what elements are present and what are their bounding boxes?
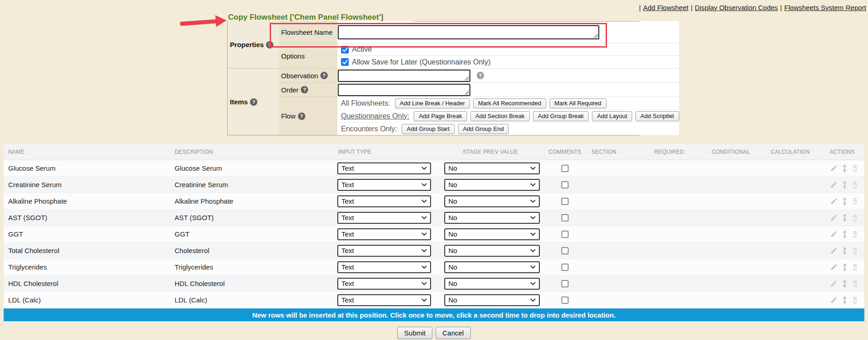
stage-prev-value-select[interactable]: No bbox=[444, 162, 540, 174]
input-type-select[interactable]: Text bbox=[337, 162, 431, 174]
input-type-select[interactable]: Text bbox=[337, 245, 431, 257]
flow-group-label: All Flowsheets: bbox=[341, 99, 390, 108]
comments-checkbox[interactable] bbox=[561, 297, 569, 304]
delete-icon[interactable] bbox=[852, 181, 858, 189]
row-actions bbox=[820, 296, 864, 304]
order-label: Order ? bbox=[279, 83, 337, 97]
add-line-break-header-button[interactable]: Add Line Break / Header bbox=[395, 98, 470, 108]
stage-prev-value-select[interactable]: No bbox=[444, 245, 540, 257]
comments-checkbox[interactable] bbox=[561, 247, 569, 254]
delete-icon[interactable] bbox=[852, 247, 858, 254]
insert-position-bar[interactable]: New rows will be inserted at this positi… bbox=[4, 308, 864, 321]
comments-checkbox[interactable] bbox=[561, 198, 569, 205]
add-scriptlet-button[interactable]: Add Scriptlet bbox=[635, 111, 679, 121]
add-layout-button[interactable]: Add Layout bbox=[592, 111, 632, 121]
red-arrow-head bbox=[215, 14, 227, 27]
submit-button[interactable]: Submit bbox=[397, 327, 432, 339]
help-icon[interactable]: ? bbox=[477, 72, 484, 79]
add-page-break-button[interactable]: Add Page Break bbox=[414, 111, 467, 121]
stage-prev-value-select[interactable]: No bbox=[444, 195, 540, 207]
move-row-icon[interactable] bbox=[842, 247, 847, 255]
delete-icon[interactable] bbox=[852, 214, 858, 221]
comments-checkbox[interactable] bbox=[561, 280, 569, 287]
stage-prev-value: No bbox=[448, 296, 457, 304]
move-row-icon[interactable] bbox=[842, 214, 847, 222]
edit-icon[interactable] bbox=[830, 197, 838, 205]
stage-prev-value-select[interactable]: No bbox=[444, 278, 540, 290]
stage-prev-value: No bbox=[448, 181, 457, 189]
edit-icon[interactable] bbox=[830, 247, 838, 254]
chevron-down-icon bbox=[530, 183, 536, 187]
row-description: AST (SGOT) bbox=[170, 214, 334, 221]
help-icon[interactable]: ? bbox=[298, 113, 305, 120]
option-row-active: Active bbox=[337, 43, 679, 56]
top-link-display-observation-codes[interactable]: Display Observation Codes bbox=[695, 4, 778, 11]
mark-all-required-button[interactable]: Mark All Required bbox=[549, 98, 607, 108]
help-icon[interactable]: ? bbox=[250, 98, 257, 106]
edit-icon[interactable] bbox=[830, 164, 838, 172]
move-row-icon[interactable] bbox=[842, 280, 847, 288]
stage-prev-value-select[interactable]: No bbox=[444, 179, 540, 191]
column-header-comments: COMMENTS bbox=[543, 149, 587, 155]
input-type-select[interactable]: Text bbox=[337, 195, 431, 207]
stage-prev-value-select[interactable]: No bbox=[444, 228, 540, 240]
move-row-icon[interactable] bbox=[842, 263, 847, 271]
input-type-select[interactable]: Text bbox=[337, 179, 431, 191]
table-row: Creatinine Serum Creatinine Serum Text N… bbox=[4, 177, 864, 193]
column-header-name: NAME bbox=[4, 149, 170, 155]
delete-icon[interactable] bbox=[852, 197, 858, 205]
top-link-flowsheets-system-report[interactable]: Flowsheets System Report bbox=[784, 4, 866, 11]
input-type-select[interactable]: Text bbox=[337, 212, 431, 224]
delete-icon[interactable] bbox=[852, 230, 858, 238]
comments-checkbox[interactable] bbox=[561, 165, 569, 172]
comments-checkbox[interactable] bbox=[561, 231, 569, 238]
edit-icon[interactable] bbox=[830, 214, 838, 221]
top-link-add-flowsheet[interactable]: Add Flowsheet bbox=[643, 4, 688, 11]
input-type-select[interactable]: Text bbox=[337, 261, 431, 273]
edit-icon[interactable] bbox=[830, 181, 838, 189]
edit-icon[interactable] bbox=[830, 280, 838, 287]
delete-icon[interactable] bbox=[852, 280, 858, 287]
add-section-break-button[interactable]: Add Section Break bbox=[470, 111, 530, 121]
help-icon[interactable]: ? bbox=[301, 86, 308, 93]
allow-save-checkbox[interactable] bbox=[341, 58, 349, 66]
move-row-icon[interactable] bbox=[842, 197, 847, 205]
move-row-icon[interactable] bbox=[842, 230, 847, 238]
row-description: LDL (Calc) bbox=[170, 296, 334, 304]
move-row-icon[interactable] bbox=[842, 164, 847, 173]
stage-prev-value-select[interactable]: No bbox=[444, 212, 540, 224]
input-type-select[interactable]: Text bbox=[337, 278, 431, 290]
mark-all-recommended-button[interactable]: Mark All Recommended bbox=[473, 98, 546, 108]
delete-icon[interactable] bbox=[852, 296, 858, 304]
edit-icon[interactable] bbox=[830, 230, 838, 238]
row-actions bbox=[820, 214, 864, 222]
observation-input[interactable] bbox=[338, 70, 470, 82]
active-checkbox[interactable] bbox=[341, 46, 349, 54]
edit-icon[interactable] bbox=[830, 263, 838, 271]
input-type-select[interactable]: Text bbox=[337, 228, 431, 240]
flowsheet-name-input[interactable] bbox=[338, 25, 599, 39]
add-group-break-button[interactable]: Add Group Break bbox=[533, 111, 589, 121]
properties-label-text: Properties bbox=[230, 41, 264, 49]
edit-icon[interactable] bbox=[830, 296, 838, 304]
row-description: Glucose Serum bbox=[170, 164, 334, 172]
input-type-select[interactable]: Text bbox=[337, 294, 431, 306]
chevron-down-icon bbox=[421, 249, 427, 253]
row-name: AST (SGOT) bbox=[4, 214, 170, 221]
move-row-icon[interactable] bbox=[842, 181, 847, 189]
add-group-end-button[interactable]: Add Group End bbox=[458, 124, 509, 134]
help-icon[interactable]: ? bbox=[266, 41, 273, 49]
help-icon[interactable]: ? bbox=[320, 72, 328, 79]
order-input[interactable] bbox=[338, 84, 470, 96]
comments-checkbox[interactable] bbox=[561, 214, 569, 221]
add-group-start-button[interactable]: Add Group Start bbox=[402, 124, 455, 134]
cancel-button[interactable]: Cancel bbox=[436, 327, 471, 339]
comments-checkbox[interactable] bbox=[561, 264, 569, 271]
delete-icon[interactable] bbox=[852, 263, 858, 271]
move-row-icon[interactable] bbox=[842, 296, 847, 304]
stage-prev-value-select[interactable]: No bbox=[444, 294, 540, 306]
order-label-text: Order bbox=[281, 86, 298, 94]
comments-checkbox[interactable] bbox=[561, 181, 569, 189]
delete-icon[interactable] bbox=[852, 164, 858, 172]
stage-prev-value-select[interactable]: No bbox=[444, 261, 540, 273]
